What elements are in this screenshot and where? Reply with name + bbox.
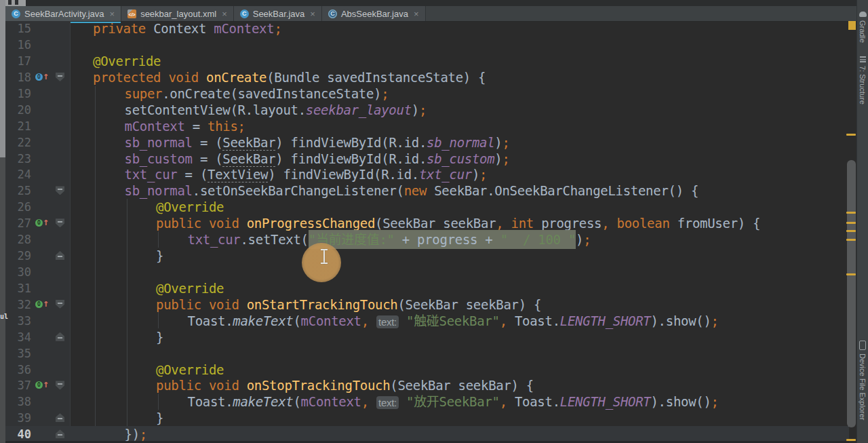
code-token: ,	[601, 216, 609, 231]
text-cursor-icon	[319, 249, 329, 264]
left-edge-strip-bottom	[0, 157, 5, 443]
code-token: ;	[583, 232, 591, 247]
code-token: })	[125, 427, 140, 442]
code-text: }	[156, 329, 163, 345]
code-text: @Override	[156, 280, 224, 296]
code-text: public void onStopTrackingTouch(SeekBar …	[156, 377, 534, 393]
code-line[interactable]: 40});	[5, 426, 849, 442]
code-line[interactable]: 39}	[5, 410, 849, 426]
code-line[interactable]: 32O↑public void onStartTrackingTouch(See…	[5, 296, 849, 313]
line-number: 16	[5, 37, 31, 53]
code-token: sb_normal	[427, 135, 494, 150]
code-token: )	[412, 102, 419, 117]
code-line[interactable]: 25sb_normal.setOnSeekBarChangeListener(n…	[5, 182, 849, 199]
tab-label: SeekBarActivity.java	[24, 9, 104, 19]
overriding-method-icon[interactable]: O↑	[35, 72, 53, 83]
structure-icon	[860, 56, 866, 62]
code-token: sb_normal	[125, 135, 193, 150]
code-line[interactable]: 23sb_custom = (SeekBar) findViewById(R.i…	[5, 151, 849, 167]
error-stripe-tick[interactable]	[846, 230, 856, 232]
code-line[interactable]: 29}	[5, 248, 849, 264]
close-icon[interactable]: ×	[310, 9, 315, 18]
code-line[interactable]: 21mContext = this;	[5, 118, 849, 134]
code-line[interactable]: 28txt_cur.setText("当前进度值:" + progress + …	[5, 231, 849, 248]
error-stripe-tick[interactable]	[846, 239, 856, 241]
code-token: ;	[419, 102, 427, 117]
code-token: sb_normal	[125, 183, 193, 198]
code-token: text:	[376, 396, 399, 409]
code-line[interactable]: 16	[5, 37, 849, 53]
fold-end-icon[interactable]	[56, 251, 64, 260]
vertical-scrollbar-thumb[interactable]	[847, 160, 856, 427]
line-number: 25	[5, 182, 31, 199]
code-token	[399, 313, 406, 328]
overriding-method-icon[interactable]: O↑	[35, 380, 53, 391]
fold-start-icon[interactable]	[56, 186, 64, 195]
code-token: public	[156, 297, 209, 312]
code-line[interactable]: 37O↑public void onStopTrackingTouch(Seek…	[5, 377, 849, 393]
code-line[interactable]: 36@Override	[5, 362, 849, 378]
tab-seekbar-java[interactable]: C SeekBar.java ×	[234, 6, 322, 21]
tab-seekbar-layout-xml[interactable]: </> seekbar_layout.xml ×	[121, 6, 234, 21]
fold-end-icon[interactable]	[56, 429, 64, 438]
code-line[interactable]: 19super.onCreate(savedInstanceState);	[5, 85, 849, 102]
code-token: "放开SeekBar"	[406, 394, 500, 409]
tab-absseekbar-java[interactable]: C AbsSeekBar.java ×	[322, 6, 426, 21]
tab-seekbaractivity-java[interactable]: C SeekBarActivity.java ×	[5, 6, 121, 21]
overriding-method-icon[interactable]: O↑	[35, 299, 53, 310]
close-icon[interactable]: ×	[110, 9, 115, 18]
fold-start-icon[interactable]	[56, 218, 64, 227]
fold-end-icon[interactable]	[56, 413, 64, 422]
toolwindow-button-gradle[interactable]: Gradle	[857, 12, 868, 43]
code-line[interactable]: 33Toast.makeText(mContext, text: "触碰Seek…	[5, 313, 849, 329]
error-stripe-tick[interactable]	[846, 273, 856, 275]
code-line[interactable]: 31@Override	[5, 280, 849, 296]
tab-label: AbsSeekBar.java	[341, 9, 408, 19]
code-line[interactable]: 15private Context mContext;	[5, 20, 849, 37]
code-line[interactable]: 24txt_cur = (TextView) findViewById(R.id…	[5, 166, 849, 182]
toolwindow-button-structure[interactable]: 7: Structure	[857, 56, 868, 104]
code-line[interactable]: 17@Override	[5, 53, 849, 69]
error-stripe-tick[interactable]	[846, 439, 856, 441]
code-token: this	[208, 119, 238, 134]
fold-start-icon[interactable]	[56, 73, 64, 81]
fold-start-icon[interactable]	[56, 381, 64, 389]
code-line[interactable]: 35	[5, 345, 849, 362]
fold-start-icon[interactable]	[56, 300, 64, 309]
code-token: (SeekBar seekBar) {	[390, 378, 534, 393]
line-number: 27	[5, 215, 31, 231]
code-token: SeekBar.OnSeekBarChangeListener() {	[427, 183, 698, 198]
code-text: Toast.makeText(mContext, text: "触碰SeekBa…	[188, 313, 719, 330]
code-text: private Context mContext;	[93, 20, 282, 37]
code-text: mContext = this;	[125, 118, 245, 134]
error-stripe-tick[interactable]	[846, 134, 856, 136]
left-edge-fragment: ul	[0, 313, 7, 320]
line-number: 15	[5, 20, 31, 37]
code-line[interactable]: 20setContentView(R.layout.seekbar_layout…	[5, 102, 849, 118]
toolwindow-label: Device File Explorer	[859, 353, 867, 420]
code-line[interactable]: 30	[5, 264, 849, 280]
code-token: TextView	[208, 167, 268, 182]
code-token: ;	[502, 151, 510, 166]
device-icon	[859, 341, 866, 350]
code-token: ;	[140, 427, 147, 442]
code-line[interactable]: 34}	[5, 329, 849, 345]
toolwindow-button-device-file-explorer[interactable]: Device File Explorer	[857, 341, 868, 420]
code-line[interactable]: 38Toast.makeText(mContext, text: "放开Seek…	[5, 393, 849, 410]
error-stripe-tick[interactable]	[846, 212, 856, 214]
fold-end-icon[interactable]	[56, 332, 64, 341]
line-number: 30	[5, 264, 31, 280]
code-line[interactable]: 26@Override	[5, 199, 849, 215]
code-token: ;	[711, 313, 719, 328]
code-token: progress	[534, 216, 601, 231]
close-icon[interactable]: ×	[222, 9, 227, 18]
error-stripe-top-marker[interactable]	[848, 21, 856, 30]
code-line[interactable]: 22sb_normal = (SeekBar) findViewById(R.i…	[5, 134, 849, 151]
line-number: 18	[5, 69, 31, 85]
close-icon[interactable]: ×	[414, 9, 419, 18]
code-line[interactable]: 27O↑public void onProgressChanged(SeekBa…	[5, 215, 849, 231]
code-line[interactable]: 18O↑protected void onCreate(Bundle saved…	[5, 69, 849, 85]
code-token: seekbar_layout	[306, 102, 412, 117]
error-stripe-tick[interactable]	[846, 222, 856, 224]
overriding-method-icon[interactable]: O↑	[35, 218, 53, 229]
